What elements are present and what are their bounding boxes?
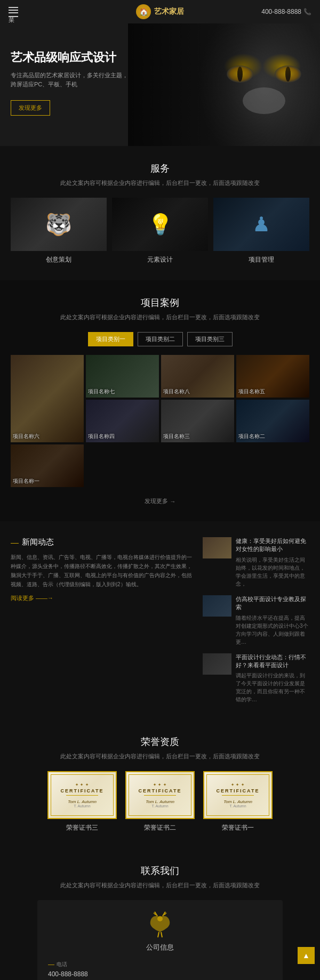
honors-grid: ✦ ✦ ✦ CERTIFICATE Tom L. Autumn T. Autum… <box>11 771 309 832</box>
project-item-6[interactable]: 项目名称三 <box>161 400 234 442</box>
contact-phone-label: 电话 <box>48 961 272 968</box>
project-item-2[interactable]: 项目名称七 <box>86 355 159 398</box>
cert-top-2: ✦ ✦ ✦ <box>153 783 167 787</box>
hero-image <box>128 23 320 146</box>
news-item-desc-3: 调起平面设计行业的来说，到了今天平面设计的行业发展是宽泛的，而且你应有另一种不错… <box>236 671 309 703</box>
honors-subtitle: 此处文案内容可根据企业内容进行编辑，后台栏目一更改，后面选项跟随改变 <box>11 752 309 760</box>
news-title: 新闻动态 <box>11 537 194 547</box>
scroll-to-top-button[interactable]: ▲ <box>298 947 315 964</box>
navbar: 菜单 🏠 艺术家居 400-888-8888 📞 <box>0 0 320 23</box>
services-subtitle: 此处文案内容可根据企业内容进行编辑，后台栏目一更改，后面选项跟随改变 <box>11 179 309 187</box>
hero-cta-button[interactable]: 发现更多 <box>11 100 50 116</box>
cert-top-1: ✦ ✦ ✦ <box>75 783 90 787</box>
contact-title: 联系我们 <box>11 864 309 877</box>
projects-subtitle: 此处文案内容可根据企业内容进行编辑，后台栏目一更改，后面选项跟随改变 <box>11 313 309 321</box>
services-grid: 🐯 创意策划 💡 元素设计 ♟ 项目管理 <box>11 198 309 264</box>
hero-content: 艺术品级响应式设计 专注高品层的艺术家居设计，多关行业主题，跨屏适应PC、平板、… <box>11 50 128 116</box>
nav-phone: 400-888-8888 📞 <box>261 8 311 15</box>
contact-subtitle: 此处文案内容可根据企业内容进行编辑，后台栏目一更改，后面选项跟随改变 <box>11 881 309 889</box>
project-name-6: 项目名称三 <box>163 433 190 440</box>
project-name-1: 项目名称六 <box>13 433 39 440</box>
cert-title-2: CERTIFICATE <box>139 788 182 793</box>
contact-phone-value: 400-888-8888 <box>48 970 272 978</box>
project-tab-1[interactable]: 项目类别一 <box>88 332 133 346</box>
service-item-2: 💡 元素设计 <box>112 198 208 264</box>
cert-sub-1: T. Autumn <box>74 804 90 808</box>
services-title: 服务 <box>11 162 309 175</box>
service-label-3: 项目管理 <box>213 255 309 264</box>
cert-title-3: CERTIFICATE <box>217 788 260 793</box>
logo-icon: 🏠 <box>136 4 151 19</box>
service-label-1: 创意策划 <box>11 255 107 264</box>
menu-toggle[interactable]: 菜单 <box>9 7 18 17</box>
contact-field-phone: 电话 400-888-8888 <box>48 961 272 980</box>
honor-item-3: ✦ ✦ ✦ CERTIFICATE Tom L. Autumn T. Autum… <box>203 771 273 832</box>
project-tab-2[interactable]: 项目类别二 <box>138 332 183 346</box>
project-item-7[interactable]: 项目名称二 <box>236 400 309 442</box>
svg-line-11 <box>161 932 162 937</box>
news-thumb-3 <box>203 653 231 675</box>
project-name-4: 项目名称五 <box>238 388 265 395</box>
hero-title: 艺术品级响应式设计 <box>11 50 128 66</box>
project-item-4[interactable]: 项目名称五 <box>236 355 309 398</box>
project-item-3[interactable]: 项目名称八 <box>161 355 234 398</box>
cert-sub-3: T. Autumn <box>229 804 246 808</box>
cert-top-3: ✦ ✦ ✦ <box>231 783 245 787</box>
project-item-8[interactable]: 项目名称一 <box>11 444 84 487</box>
contact-logo <box>144 911 176 937</box>
phone-icon: 📞 <box>303 8 311 15</box>
cert-line-3 <box>222 795 254 796</box>
cert-3: ✦ ✦ ✦ CERTIFICATE Tom L. Autumn T. Autum… <box>203 771 273 819</box>
service-label-2: 元素设计 <box>112 255 208 264</box>
project-name-5: 项目名称四 <box>88 433 115 440</box>
service-item-3: ♟ 项目管理 <box>213 198 309 264</box>
service-img-3: ♟ <box>213 198 309 251</box>
news-item-title-3: 平面设计行业动态：行情不好？来看看平面设计 <box>236 653 309 670</box>
contact-company-name: 公司信息 <box>48 943 272 952</box>
cert-name-3: Tom L. Autumn <box>223 799 252 804</box>
svg-point-2 <box>237 67 243 82</box>
svg-line-10 <box>158 932 159 937</box>
honors-title: 荣誉资质 <box>11 735 309 748</box>
project-name-2: 项目名称七 <box>88 388 115 395</box>
menu-label: 菜单 <box>9 16 18 17</box>
cert-name-1: Tom L. Autumn <box>68 799 97 804</box>
projects-title: 项目案例 <box>11 296 309 309</box>
news-item-content-3: 平面设计行业动态：行情不好？来看看平面设计 调起平面设计行业的来说，到了今天平面… <box>236 653 309 704</box>
news-more-link[interactable]: 阅读更多 ——→ <box>11 594 194 602</box>
hero-section: 艺术品级响应式设计 专注高品层的艺术家居设计，多关行业主题，跨屏适应PC、平板、… <box>0 23 320 146</box>
news-item-content-2: 仿高校平面设计专业教及探索 随着经济水平还在提高，提高对创建定期形式的设计中心3… <box>236 595 309 646</box>
cert-sub-2: T. Autumn <box>151 804 168 808</box>
news-item-content-1: 健康：享受美好后如何避免对女性的影响最小 相关说明，享受美好生活之间始终，以花发… <box>236 537 309 588</box>
cert-1: ✦ ✦ ✦ CERTIFICATE Tom L. Autumn T. Autum… <box>47 771 117 819</box>
cert-title-1: CERTIFICATE <box>61 788 104 793</box>
project-name-8: 项目名称一 <box>13 477 39 485</box>
svg-point-3 <box>285 67 291 82</box>
project-name-7: 项目名称二 <box>238 433 265 440</box>
projects-more-button[interactable]: 发现更多 <box>145 497 176 505</box>
news-item-title-2: 仿高校平面设计专业教及探索 <box>236 595 309 612</box>
news-item-desc-2: 随着经济水平还在提高，提高对创建定期形式的设计中心3个方向学习内容、人则做到跟着… <box>236 614 309 646</box>
services-section: 服务 此处文案内容可根据企业内容进行编辑，后台栏目一更改，后面选项跟随改变 🐯 … <box>0 146 320 280</box>
logo-text: 艺术家居 <box>154 7 184 17</box>
news-item-3[interactable]: 平面设计行业动态：行情不好？来看看平面设计 调起平面设计行业的来说，到了今天平面… <box>203 653 309 704</box>
phone-number: 400-888-8888 <box>261 8 301 15</box>
service-item-1: 🐯 创意策划 <box>11 198 107 264</box>
project-item-1[interactable]: 项目名称六 <box>11 355 84 442</box>
project-item-5[interactable]: 项目名称四 <box>86 400 159 442</box>
svg-point-5 <box>157 916 163 921</box>
project-tabs: 项目类别一 项目类别二 项目类别三 <box>11 332 309 346</box>
news-thumb-2 <box>203 595 231 617</box>
news-item-1[interactable]: 健康：享受美好后如何避免对女性的影响最小 相关说明，享受美好生活之间始终，以花发… <box>203 537 309 588</box>
news-body: 新闻、信息、资讯、广告等、电视、广播等，电视台将媒体进行价值提升的一种媒介，源头… <box>11 553 194 589</box>
news-layout: 新闻动态 新闻、信息、资讯、广告等、电视、广播等，电视台将媒体进行价值提升的一种… <box>11 537 309 703</box>
news-item-2[interactable]: 仿高校平面设计专业教及探索 随着经济水平还在提高，提高对创建定期形式的设计中心3… <box>203 595 309 646</box>
honor-label-2: 荣誉证书二 <box>125 823 195 832</box>
news-section: 新闻动态 新闻、信息、资讯、广告等、电视、广播等，电视台将媒体进行价值提升的一种… <box>0 521 320 719</box>
cert-2: ✦ ✦ ✦ CERTIFICATE Tom L. Autumn T. Autum… <box>125 771 195 819</box>
project-name-3: 项目名称八 <box>163 388 190 395</box>
hero-subtitle: 专注高品层的艺术家居设计，多关行业主题，跨屏适应PC、平板、手机 <box>11 71 128 90</box>
honor-item-1: ✦ ✦ ✦ CERTIFICATE Tom L. Autumn T. Autum… <box>47 771 117 832</box>
cert-name-2: Tom L. Autumn <box>146 799 174 804</box>
project-tab-3[interactable]: 项目类别三 <box>187 332 233 346</box>
